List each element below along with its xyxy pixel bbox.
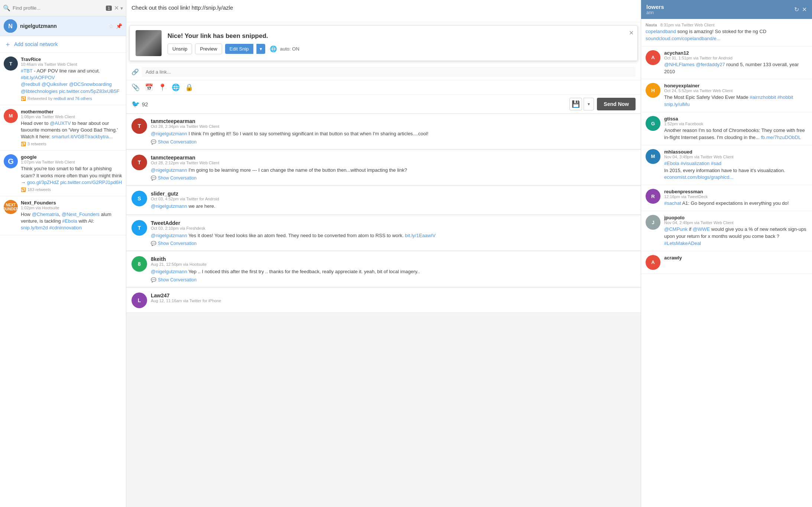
calendar-icon[interactable]: 📅 xyxy=(145,83,153,91)
right-author: mhlassoued xyxy=(664,149,808,155)
add-network-button[interactable]: ＋ Add social network xyxy=(0,36,126,53)
list-item[interactable]: M mothermother 1:08pm via Twitter Web Cl… xyxy=(0,105,126,151)
right-text: @CMPunk if @WWE would give you a % of ne… xyxy=(664,226,808,247)
right-author: gtissa xyxy=(664,116,808,122)
mentions-feed: T tanmcteepearman Oct 28, 2:34pm via Twi… xyxy=(126,114,641,507)
profile-item[interactable]: N nigelgutzmann ☆ 📌 xyxy=(0,16,126,36)
feed-list: T TravRice 10:46am via Twitter Web Clien… xyxy=(0,53,126,507)
right-nauta-item[interactable]: Nauta 8:31pm via Twitter Web Client cope… xyxy=(641,19,812,46)
feed-meta: 10:46am via Twitter Web Client xyxy=(21,62,122,67)
table-row[interactable]: T tanmcteepearman Oct 28, 2:12pm via Twi… xyxy=(126,150,641,186)
unsnip-button[interactable]: Unsnip xyxy=(168,43,192,54)
avatar: M xyxy=(646,149,660,164)
chat-icon: 💬 xyxy=(151,241,156,246)
show-conversation-button[interactable]: 💬 Show Conversation xyxy=(151,277,636,282)
retweet-info: 🔁3 retweets xyxy=(21,142,122,146)
globe-icon[interactable]: 🌐 xyxy=(172,83,180,91)
profile-name: nigelgutzmann xyxy=(20,23,108,29)
feed-meta: 1:08pm via Twitter Web Client xyxy=(21,114,122,119)
mention-author: slider_gutz xyxy=(151,191,636,197)
right-author: acrawly xyxy=(664,255,808,261)
table-row[interactable]: 8 8keith Aug 21, 12:50pm via Hootsuite @… xyxy=(126,252,641,287)
star-icon[interactable]: ☆ xyxy=(108,23,114,30)
mention-meta: Aug 21, 12:50pm via Hootsuite xyxy=(151,262,636,267)
attachment-icon[interactable]: 📎 xyxy=(131,83,140,91)
right-text: @NHLFlames @ferdaddy27 round 5, number 1… xyxy=(664,61,808,75)
avatar: NEXTFOUNDERS xyxy=(4,200,18,214)
right-panel-header: lowers ann ↻ ✕ xyxy=(641,0,812,19)
list-item[interactable]: T TravRice 10:46am via Twitter Web Clien… xyxy=(0,53,126,105)
mention-text: @nigelgutzmann I think I'm getting it!! … xyxy=(151,130,636,138)
feed-meta: 1:07pm via Twitter Web Client xyxy=(21,160,122,164)
mention-author: tanmcteepearman xyxy=(151,155,636,161)
avatar: J xyxy=(646,215,660,230)
right-content: honeyexplainer Oct 24, 5:52pm via Twitte… xyxy=(664,83,808,108)
list-item[interactable]: H honeyexplainer Oct 24, 5:52pm via Twit… xyxy=(641,79,812,112)
list-item[interactable]: A acychan12 Oct 31, 1:51pm via Twitter f… xyxy=(641,46,812,80)
table-row[interactable]: L Law247 Aug 12, 11:16am via Twitter for… xyxy=(126,288,641,313)
refresh-icon[interactable]: ↻ xyxy=(794,6,799,13)
edit-snip-dropdown-button[interactable]: ▾ xyxy=(256,44,265,54)
table-row[interactable]: T TweetAdder Oct 03, 2:10pm via Freshdes… xyxy=(126,216,641,251)
compose-text[interactable]: Check out this cool link! http://snip.ly… xyxy=(126,0,641,22)
avatar: T xyxy=(131,155,147,170)
pin-icon[interactable]: 📌 xyxy=(116,23,122,29)
list-item[interactable]: A acrawly xyxy=(641,251,812,274)
list-item[interactable]: NEXTFOUNDERS Next_Founders 1:02pm via Ho… xyxy=(0,196,126,236)
mention-content: slider_gutz Oct 03, 4:52pm via Twitter f… xyxy=(151,191,636,210)
feed-text: #TBT - AOF POV line raw and uncut. #bit.… xyxy=(21,68,122,81)
mention-author: Law247 xyxy=(151,293,636,298)
close-icon[interactable]: ✕ xyxy=(629,29,634,36)
search-dropdown-icon[interactable]: ▾ xyxy=(120,5,123,11)
right-content: acychan12 Oct 31, 1:51pm via Twitter for… xyxy=(664,50,808,75)
save-dropdown-button[interactable]: ▾ xyxy=(584,98,594,110)
right-meta: Nov 04, 2:49pm via Twitter Web Client xyxy=(664,220,808,225)
auto-icon[interactable]: 🌐 xyxy=(270,45,277,52)
send-now-button[interactable]: Send Now xyxy=(597,98,636,110)
close-icon[interactable]: ✕ xyxy=(802,6,807,13)
right-text: copelandband song is amazing! So stoked … xyxy=(646,28,808,42)
lock-icon[interactable]: 🔒 xyxy=(185,83,193,91)
feed-text: Think you're too smart to fall for a phi… xyxy=(21,165,122,186)
show-conversation-button[interactable]: 💬 Show Conversation xyxy=(151,139,636,145)
location-icon[interactable]: 📍 xyxy=(158,83,166,91)
edit-snip-button[interactable]: Edit Snip xyxy=(225,44,253,54)
right-meta: Nauta 8:31pm via Twitter Web Client xyxy=(646,23,808,27)
list-item[interactable]: M mhlassoued Nov 04, 3:49pm via Twitter … xyxy=(641,145,812,185)
search-input[interactable] xyxy=(13,5,106,11)
link-input[interactable] xyxy=(142,67,636,77)
right-author: acychan12 xyxy=(664,50,808,56)
compose-link-row: 🔗 xyxy=(126,64,641,80)
chat-icon: 💬 xyxy=(151,175,156,181)
list-item[interactable]: G google 1:07pm via Twitter Web Client T… xyxy=(0,151,126,196)
svg-text:N: N xyxy=(8,23,13,29)
retweet-info: 🔁Retweeted by redbull and 76 others xyxy=(21,96,122,101)
search-bar: 🔍 1 ✕ ▾ xyxy=(0,0,126,16)
right-meta: 12:16pm via TweetDeck xyxy=(664,194,808,199)
char-count: 92 xyxy=(142,101,148,107)
show-conversation-button[interactable]: 💬 Show Conversation xyxy=(151,175,636,181)
show-conversation-button[interactable]: 💬 Show Conversation xyxy=(151,241,636,246)
mention-content: tanmcteepearman Oct 28, 2:12pm via Twitt… xyxy=(151,155,636,181)
list-item[interactable]: R reubenpressman 12:16pm via TweetDeck #… xyxy=(641,185,812,211)
mention-meta: Oct 03, 2:10pm via Freshdesk xyxy=(151,226,636,230)
table-row[interactable]: S slider_gutz Oct 03, 4:52pm via Twitter… xyxy=(126,186,641,215)
right-text: The Most Epic Safety Video Ever Made #ai… xyxy=(664,94,808,108)
auto-on-label: auto: ON xyxy=(280,46,299,52)
search-clear-icon[interactable]: ✕ xyxy=(114,4,119,12)
avatar: R xyxy=(646,189,660,204)
save-button[interactable]: 💾 xyxy=(569,98,582,110)
right-panel-subtitle: ann xyxy=(646,10,664,15)
list-item[interactable]: J jpuopolo Nov 04, 2:49pm via Twitter We… xyxy=(641,211,812,251)
mention-content: 8keith Aug 21, 12:50pm via Hootsuite @ni… xyxy=(151,256,636,282)
right-author: jpuopolo xyxy=(664,215,808,220)
list-item[interactable]: G gtissa 1:52pm via Facebook Another rea… xyxy=(641,112,812,145)
mention-content: Law247 Aug 12, 11:16am via Twitter for i… xyxy=(151,293,636,304)
table-row[interactable]: T tanmcteepearman Oct 28, 2:34pm via Twi… xyxy=(126,114,641,149)
mention-meta: Oct 03, 4:52pm via Twitter for Android xyxy=(151,197,636,201)
mention-author: 8keith xyxy=(151,256,636,262)
avatar: G xyxy=(4,154,18,168)
avatar: T xyxy=(4,56,18,71)
feed-content: TravRice 10:46am via Twitter Web Client … xyxy=(21,56,122,101)
preview-button[interactable]: Preview xyxy=(195,43,222,54)
